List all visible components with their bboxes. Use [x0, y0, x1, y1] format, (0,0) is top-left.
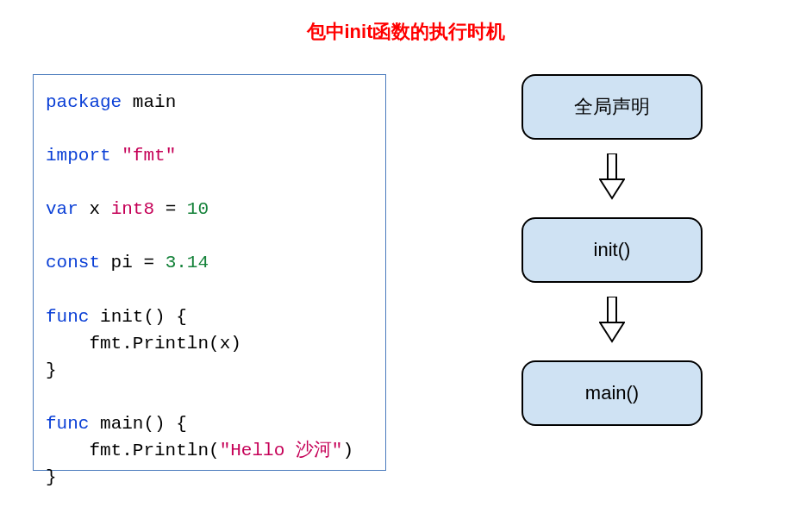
flow-node-global: 全局声明: [522, 74, 703, 140]
code-text: pi =: [100, 253, 166, 272]
code-number: 3.14: [166, 253, 209, 272]
code-keyword: var: [46, 199, 78, 219]
code-text: ): [342, 441, 353, 460]
code-ident: main: [122, 92, 176, 112]
svg-marker-1: [600, 179, 624, 198]
flow-node-init: init(): [522, 217, 703, 283]
code-keyword: const: [46, 253, 100, 272]
code-text: x: [78, 199, 111, 219]
flow-column: 全局声明 init() main(): [483, 74, 741, 426]
code-number: 10: [187, 199, 209, 219]
arrow-down-icon: [599, 297, 625, 347]
svg-rect-0: [608, 153, 616, 179]
code-keyword: import: [46, 146, 111, 166]
code-string: "fmt": [111, 146, 177, 166]
arrow-down-icon: [599, 153, 625, 203]
code-block: package main import "fmt" var x int8 = 1…: [33, 74, 386, 471]
code-keyword: func: [46, 414, 89, 434]
code-string: "Hello 沙河": [220, 441, 343, 460]
diagram-title: 包中init函数的执行时机: [0, 19, 812, 45]
code-text: =: [154, 199, 187, 219]
code-keyword: func: [46, 307, 89, 327]
svg-rect-2: [608, 297, 616, 322]
code-text: init() {: [89, 307, 186, 327]
code-text: fmt.Println(: [46, 441, 220, 460]
code-text: fmt.Println(x): [46, 334, 241, 354]
flow-node-main: main(): [522, 360, 703, 426]
code-text: }: [46, 360, 57, 380]
svg-marker-3: [600, 322, 624, 341]
code-keyword: package: [46, 92, 122, 112]
code-text: }: [46, 467, 57, 487]
code-text: main() {: [89, 414, 186, 434]
code-type: int8: [111, 199, 154, 219]
